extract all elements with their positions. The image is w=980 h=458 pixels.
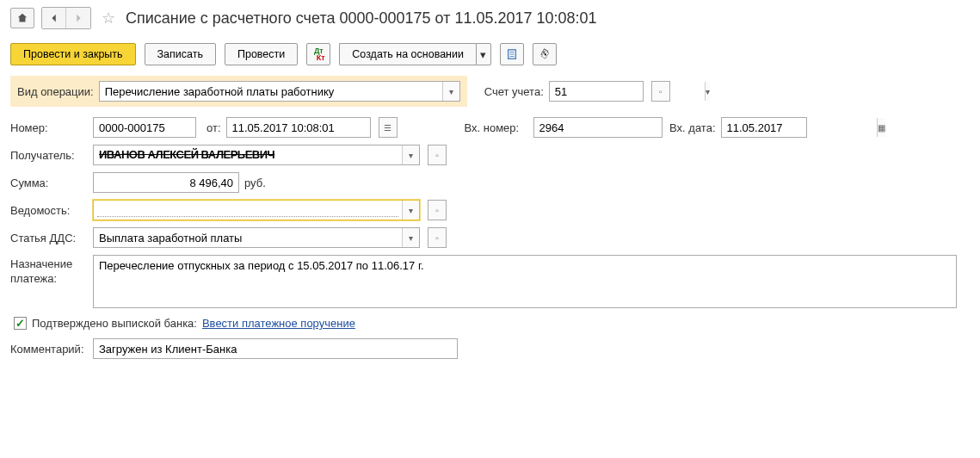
in-date-field[interactable]: ▦ xyxy=(721,117,807,138)
paperclip-icon: ⎘ xyxy=(539,47,551,61)
in-date-input[interactable] xyxy=(722,118,877,137)
open-icon: ▫ xyxy=(435,151,439,160)
post-button[interactable]: Провести xyxy=(225,43,298,65)
calendar-icon: ▦ xyxy=(878,123,885,133)
open-icon: ▫ xyxy=(435,206,439,215)
create-based-on-dropdown[interactable]: ▾ xyxy=(476,43,491,65)
back-button[interactable] xyxy=(42,8,66,28)
confirmed-label: Подтверждено выпиской банка: xyxy=(32,317,197,330)
vedomost-dropdown-btn[interactable]: ▾ xyxy=(402,201,419,220)
post-and-close-button[interactable]: Провести и закрыть xyxy=(10,43,136,65)
chevron-down-icon: ▾ xyxy=(706,87,710,96)
print-button[interactable] xyxy=(500,43,524,65)
dt-ct-icon: Дт Кт xyxy=(312,47,325,61)
payment-order-link[interactable]: Ввести платежное поручение xyxy=(202,317,355,330)
comment-label: Комментарий: xyxy=(10,343,88,356)
chevron-down-icon: ▾ xyxy=(409,206,413,215)
currency-label: руб. xyxy=(244,176,266,189)
favorite-star-icon[interactable]: ☆ xyxy=(102,9,115,28)
vedomost-field[interactable]: ▾ xyxy=(93,200,420,220)
in-number-field[interactable] xyxy=(533,117,663,138)
vedomost-label: Ведомость: xyxy=(10,204,88,217)
date-ext-btn[interactable]: ☰ xyxy=(379,117,398,138)
recipient-label: Получатель: xyxy=(10,149,88,162)
dds-label: Статья ДДС: xyxy=(10,232,88,244)
dds-input[interactable] xyxy=(94,228,402,247)
home-icon xyxy=(16,12,28,24)
sum-label: Сумма: xyxy=(10,176,88,189)
account-open-btn[interactable]: ▫ xyxy=(651,81,670,102)
dds-field[interactable]: ▾ xyxy=(93,227,420,248)
open-icon: ▫ xyxy=(659,87,663,96)
sum-input[interactable] xyxy=(93,172,239,193)
nav-history xyxy=(41,7,91,29)
chevron-down-icon: ▾ xyxy=(409,233,413,243)
document-icon xyxy=(506,48,518,60)
date-label: от: xyxy=(206,121,221,134)
comment-input[interactable] xyxy=(94,339,457,358)
purpose-textarea[interactable] xyxy=(93,255,957,308)
recipient-value: ИВАНОВ АЛЕКСЕЙ ВАЛЕРЬЕВИЧ xyxy=(94,145,402,164)
chevron-down-icon: ▾ xyxy=(449,87,453,96)
number-field[interactable] xyxy=(93,117,196,138)
operation-input[interactable] xyxy=(100,82,442,101)
account-input[interactable] xyxy=(550,82,705,101)
purpose-label: Назначениеплатежа: xyxy=(10,255,88,287)
in-date-label: Вх. дата: xyxy=(668,121,716,134)
dt-ct-button[interactable]: Дт Кт xyxy=(306,43,330,65)
account-label: Счет учета: xyxy=(484,85,544,98)
date-field[interactable]: ▦ xyxy=(226,117,371,138)
page-title: Списание с расчетного счета 0000-000175 … xyxy=(126,9,597,28)
arrow-left-icon xyxy=(48,12,60,24)
recipient-dropdown-btn[interactable]: ▾ xyxy=(402,145,419,164)
in-date-calendar-btn[interactable]: ▦ xyxy=(877,118,885,137)
operation-dropdown-btn[interactable]: ▾ xyxy=(442,82,459,101)
in-number-label: Вх. номер: xyxy=(465,121,528,134)
arrow-right-icon xyxy=(72,12,84,24)
vedomost-input[interactable] xyxy=(97,201,398,217)
operation-select[interactable]: ▾ xyxy=(99,81,460,102)
dds-open-btn[interactable]: ▫ xyxy=(428,227,447,248)
number-label: Номер: xyxy=(10,121,88,134)
date-input[interactable] xyxy=(227,118,382,137)
forward-button[interactable] xyxy=(66,8,90,28)
dds-dropdown-btn[interactable]: ▾ xyxy=(402,228,419,247)
save-button[interactable]: Записать xyxy=(145,43,216,65)
comment-field[interactable] xyxy=(93,338,458,359)
open-icon: ▫ xyxy=(435,233,439,243)
account-dropdown-btn[interactable]: ▾ xyxy=(705,82,710,101)
recipient-field[interactable]: ИВАНОВ АЛЕКСЕЙ ВАЛЕРЬЕВИЧ ▾ xyxy=(93,145,420,165)
account-field[interactable]: ▾ xyxy=(549,81,644,102)
home-button[interactable] xyxy=(10,8,34,28)
chevron-down-icon: ▾ xyxy=(480,48,486,61)
create-based-on-split: Создать на основании ▾ xyxy=(339,43,491,65)
create-based-on-button[interactable]: Создать на основании xyxy=(339,43,476,65)
list-icon: ☰ xyxy=(384,123,391,133)
attach-button[interactable]: ⎘ xyxy=(533,43,557,65)
recipient-open-btn[interactable]: ▫ xyxy=(428,145,447,165)
chevron-down-icon: ▾ xyxy=(409,151,413,160)
confirmed-checkbox[interactable]: ✓ xyxy=(14,317,27,330)
in-number-input[interactable] xyxy=(534,118,689,137)
operation-label: Вид операции: xyxy=(17,85,94,98)
vedomost-open-btn[interactable]: ▫ xyxy=(428,200,447,220)
